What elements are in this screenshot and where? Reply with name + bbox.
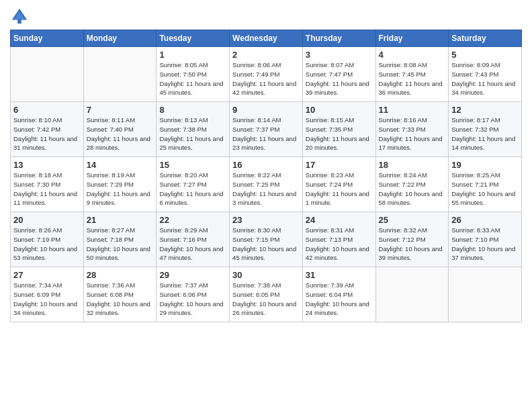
day-number: 3	[306, 50, 373, 60]
week-row-1: 1Sunrise: 8:05 AM Sunset: 7:50 PM Daylig…	[11, 47, 522, 102]
week-row-5: 27Sunrise: 7:34 AM Sunset: 6:09 PM Dayli…	[11, 267, 522, 322]
logo-area	[10, 7, 30, 26]
day-info: Sunrise: 8:20 AM Sunset: 7:27 PM Dayligh…	[159, 171, 226, 208]
day-info: Sunrise: 8:16 AM Sunset: 7:33 PM Dayligh…	[379, 116, 446, 152]
day-cell-5: 5Sunrise: 8:09 AM Sunset: 7:43 PM Daylig…	[449, 47, 522, 102]
day-number: 24	[306, 215, 373, 225]
empty-cell	[449, 267, 522, 322]
day-number: 13	[13, 160, 81, 170]
day-number: 20	[13, 215, 81, 225]
weekday-header-friday: Friday	[375, 30, 449, 47]
day-cell-18: 18Sunrise: 8:24 AM Sunset: 7:22 PM Dayli…	[375, 157, 449, 212]
day-info: Sunrise: 8:05 AM Sunset: 7:50 PM Dayligh…	[159, 60, 226, 97]
day-number: 1	[159, 50, 226, 60]
day-number: 11	[379, 105, 446, 115]
day-cell-31: 31Sunrise: 7:39 AM Sunset: 6:04 PM Dayli…	[302, 267, 375, 322]
day-info: Sunrise: 8:07 AM Sunset: 7:47 PM Dayligh…	[306, 60, 373, 97]
day-cell-3: 3Sunrise: 8:07 AM Sunset: 7:47 PM Daylig…	[302, 47, 375, 102]
day-info: Sunrise: 8:17 AM Sunset: 7:32 PM Dayligh…	[451, 116, 519, 152]
empty-cell	[11, 47, 84, 102]
day-cell-28: 28Sunrise: 7:36 AM Sunset: 6:08 PM Dayli…	[83, 267, 157, 322]
day-info: Sunrise: 8:09 AM Sunset: 7:43 PM Dayligh…	[451, 60, 519, 97]
day-number: 12	[451, 105, 519, 115]
weekday-header-thursday: Thursday	[302, 30, 375, 47]
day-number: 21	[87, 215, 154, 225]
day-info: Sunrise: 8:19 AM Sunset: 7:29 PM Dayligh…	[87, 171, 154, 208]
day-cell-1: 1Sunrise: 8:05 AM Sunset: 7:50 PM Daylig…	[157, 47, 230, 102]
weekday-header-wednesday: Wednesday	[230, 30, 303, 47]
day-number: 2	[232, 50, 300, 60]
day-number: 26	[451, 215, 519, 225]
day-number: 15	[159, 160, 226, 170]
calendar-table: SundayMondayTuesdayWednesdayThursdayFrid…	[10, 30, 522, 322]
day-info: Sunrise: 8:08 AM Sunset: 7:45 PM Dayligh…	[379, 60, 446, 97]
week-row-4: 20Sunrise: 8:26 AM Sunset: 7:19 PM Dayli…	[11, 212, 522, 267]
day-cell-10: 10Sunrise: 8:15 AM Sunset: 7:35 PM Dayli…	[302, 102, 375, 157]
day-info: Sunrise: 8:14 AM Sunset: 7:37 PM Dayligh…	[232, 116, 300, 152]
day-cell-21: 21Sunrise: 8:27 AM Sunset: 7:18 PM Dayli…	[83, 212, 157, 267]
day-number: 16	[232, 160, 300, 170]
day-number: 6	[13, 105, 81, 115]
day-cell-17: 17Sunrise: 8:23 AM Sunset: 7:24 PM Dayli…	[302, 157, 375, 212]
day-cell-13: 13Sunrise: 8:18 AM Sunset: 7:30 PM Dayli…	[11, 157, 84, 212]
day-cell-29: 29Sunrise: 7:37 AM Sunset: 6:06 PM Dayli…	[157, 267, 230, 322]
day-cell-23: 23Sunrise: 8:30 AM Sunset: 7:15 PM Dayli…	[230, 212, 303, 267]
day-info: Sunrise: 8:23 AM Sunset: 7:24 PM Dayligh…	[306, 171, 373, 208]
day-info: Sunrise: 7:38 AM Sunset: 6:05 PM Dayligh…	[232, 281, 300, 318]
day-number: 23	[232, 215, 300, 225]
day-number: 14	[87, 160, 154, 170]
day-cell-14: 14Sunrise: 8:19 AM Sunset: 7:29 PM Dayli…	[83, 157, 157, 212]
day-number: 28	[87, 270, 154, 280]
day-info: Sunrise: 7:34 AM Sunset: 6:09 PM Dayligh…	[13, 281, 81, 318]
day-number: 25	[379, 215, 446, 225]
day-cell-27: 27Sunrise: 7:34 AM Sunset: 6:09 PM Dayli…	[11, 267, 84, 322]
day-cell-7: 7Sunrise: 8:11 AM Sunset: 7:40 PM Daylig…	[83, 102, 157, 157]
week-row-3: 13Sunrise: 8:18 AM Sunset: 7:30 PM Dayli…	[11, 157, 522, 212]
day-number: 9	[232, 105, 300, 115]
header	[10, 7, 522, 26]
empty-cell	[83, 47, 157, 102]
day-cell-11: 11Sunrise: 8:16 AM Sunset: 7:33 PM Dayli…	[375, 102, 449, 157]
day-info: Sunrise: 8:33 AM Sunset: 7:10 PM Dayligh…	[451, 226, 519, 263]
day-cell-19: 19Sunrise: 8:25 AM Sunset: 7:21 PM Dayli…	[449, 157, 522, 212]
day-cell-25: 25Sunrise: 8:32 AM Sunset: 7:12 PM Dayli…	[375, 212, 449, 267]
svg-rect-2	[17, 19, 21, 24]
day-info: Sunrise: 7:37 AM Sunset: 6:06 PM Dayligh…	[159, 281, 226, 318]
calendar-page: SundayMondayTuesdayWednesdayThursdayFrid…	[0, 0, 532, 411]
day-number: 30	[232, 270, 300, 280]
day-number: 27	[13, 270, 81, 280]
day-number: 4	[379, 50, 446, 60]
day-info: Sunrise: 8:11 AM Sunset: 7:40 PM Dayligh…	[87, 116, 154, 152]
empty-cell	[375, 267, 449, 322]
day-info: Sunrise: 7:39 AM Sunset: 6:04 PM Dayligh…	[306, 281, 373, 318]
day-info: Sunrise: 8:30 AM Sunset: 7:15 PM Dayligh…	[232, 226, 300, 263]
day-info: Sunrise: 8:18 AM Sunset: 7:30 PM Dayligh…	[13, 171, 81, 208]
day-number: 10	[306, 105, 373, 115]
weekday-header-monday: Monday	[83, 30, 157, 47]
day-cell-16: 16Sunrise: 8:22 AM Sunset: 7:25 PM Dayli…	[230, 157, 303, 212]
day-cell-9: 9Sunrise: 8:14 AM Sunset: 7:37 PM Daylig…	[230, 102, 303, 157]
day-info: Sunrise: 8:06 AM Sunset: 7:49 PM Dayligh…	[232, 60, 300, 97]
day-number: 18	[379, 160, 446, 170]
day-cell-24: 24Sunrise: 8:31 AM Sunset: 7:13 PM Dayli…	[302, 212, 375, 267]
day-cell-15: 15Sunrise: 8:20 AM Sunset: 7:27 PM Dayli…	[157, 157, 230, 212]
day-info: Sunrise: 8:32 AM Sunset: 7:12 PM Dayligh…	[379, 226, 446, 263]
day-number: 29	[159, 270, 226, 280]
day-cell-2: 2Sunrise: 8:06 AM Sunset: 7:49 PM Daylig…	[230, 47, 303, 102]
day-number: 5	[451, 50, 519, 60]
day-info: Sunrise: 8:10 AM Sunset: 7:42 PM Dayligh…	[13, 116, 81, 152]
day-info: Sunrise: 8:13 AM Sunset: 7:38 PM Dayligh…	[159, 116, 226, 152]
logo-icon	[10, 7, 29, 26]
day-cell-6: 6Sunrise: 8:10 AM Sunset: 7:42 PM Daylig…	[11, 102, 84, 157]
day-info: Sunrise: 8:27 AM Sunset: 7:18 PM Dayligh…	[87, 226, 154, 263]
day-number: 8	[159, 105, 226, 115]
weekday-header-tuesday: Tuesday	[157, 30, 230, 47]
day-info: Sunrise: 8:29 AM Sunset: 7:16 PM Dayligh…	[159, 226, 226, 263]
day-info: Sunrise: 8:26 AM Sunset: 7:19 PM Dayligh…	[13, 226, 81, 263]
day-cell-22: 22Sunrise: 8:29 AM Sunset: 7:16 PM Dayli…	[157, 212, 230, 267]
day-cell-30: 30Sunrise: 7:38 AM Sunset: 6:05 PM Dayli…	[230, 267, 303, 322]
day-info: Sunrise: 8:31 AM Sunset: 7:13 PM Dayligh…	[306, 226, 373, 263]
weekday-header-sunday: Sunday	[11, 30, 84, 47]
week-row-2: 6Sunrise: 8:10 AM Sunset: 7:42 PM Daylig…	[11, 102, 522, 157]
day-info: Sunrise: 8:24 AM Sunset: 7:22 PM Dayligh…	[379, 171, 446, 208]
